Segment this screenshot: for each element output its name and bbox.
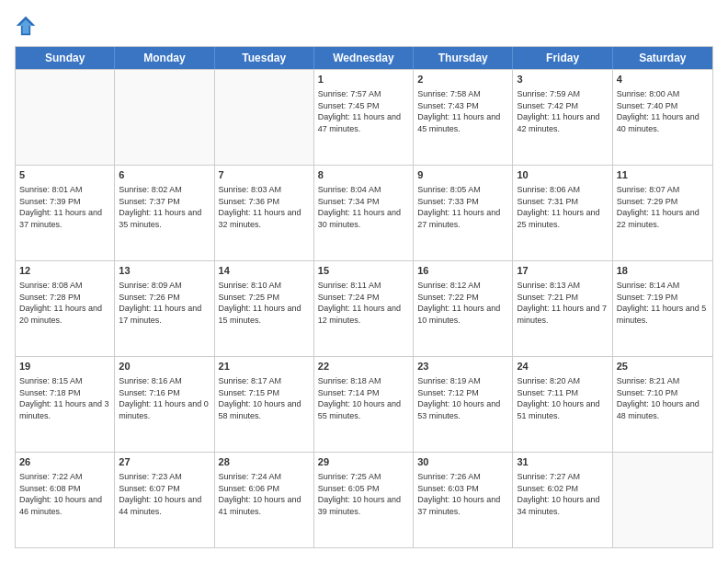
sun-info: Sunrise: 7:27 AMSunset: 6:02 PMDaylight:… — [517, 472, 599, 516]
sun-info: Sunrise: 7:57 AMSunset: 7:45 PMDaylight:… — [318, 89, 401, 133]
day-header-friday: Friday — [513, 47, 612, 69]
sun-info: Sunrise: 7:58 AMSunset: 7:43 PMDaylight:… — [417, 89, 500, 133]
calendar-cell: 15Sunrise: 8:11 AMSunset: 7:24 PMDayligh… — [314, 261, 414, 356]
calendar-cell — [115, 70, 214, 165]
sun-info: Sunrise: 8:00 AMSunset: 7:40 PMDaylight:… — [617, 89, 700, 133]
sun-info: Sunrise: 8:08 AMSunset: 7:28 PMDaylight:… — [19, 281, 102, 325]
calendar-cell: 28Sunrise: 7:24 AMSunset: 6:06 PMDayligh… — [215, 453, 314, 547]
day-number: 21 — [219, 360, 310, 373]
day-header-thursday: Thursday — [414, 47, 513, 69]
sun-info: Sunrise: 8:11 AMSunset: 7:24 PMDaylight:… — [318, 281, 401, 325]
day-number: 14 — [219, 264, 310, 278]
calendar-cell: 1Sunrise: 7:57 AMSunset: 7:45 PMDaylight… — [314, 70, 414, 165]
sun-info: Sunrise: 8:16 AMSunset: 7:16 PMDaylight:… — [119, 376, 209, 420]
calendar-cell: 9Sunrise: 8:05 AMSunset: 7:33 PMDaylight… — [414, 166, 513, 260]
day-number: 13 — [119, 264, 210, 278]
calendar-cell: 24Sunrise: 8:20 AMSunset: 7:11 PMDayligh… — [513, 357, 612, 452]
day-number: 5 — [19, 168, 110, 182]
sun-info: Sunrise: 8:07 AMSunset: 7:29 PMDaylight:… — [617, 185, 700, 229]
calendar-cell: 16Sunrise: 8:12 AMSunset: 7:22 PMDayligh… — [414, 261, 513, 356]
calendar-cell: 22Sunrise: 8:18 AMSunset: 7:14 PMDayligh… — [314, 357, 414, 452]
sun-info: Sunrise: 8:06 AMSunset: 7:31 PMDaylight:… — [517, 185, 599, 229]
calendar-cell: 6Sunrise: 8:02 AMSunset: 7:37 PMDaylight… — [115, 166, 214, 260]
sun-info: Sunrise: 8:01 AMSunset: 7:39 PMDaylight:… — [19, 185, 102, 229]
day-number: 19 — [19, 360, 110, 373]
calendar-cell — [16, 70, 115, 165]
calendar-cell: 18Sunrise: 8:14 AMSunset: 7:19 PMDayligh… — [613, 261, 712, 356]
calendar-cell: 10Sunrise: 8:06 AMSunset: 7:31 PMDayligh… — [513, 166, 612, 260]
week-row-2: 5Sunrise: 8:01 AMSunset: 7:39 PMDaylight… — [16, 165, 712, 260]
sun-info: Sunrise: 8:04 AMSunset: 7:34 PMDaylight:… — [318, 185, 401, 229]
calendar-cell: 26Sunrise: 7:22 AMSunset: 6:08 PMDayligh… — [16, 453, 115, 547]
calendar-header: SundayMondayTuesdayWednesdayThursdayFrid… — [16, 47, 712, 69]
day-number: 2 — [417, 73, 508, 86]
day-header-monday: Monday — [115, 47, 214, 69]
day-number: 10 — [517, 168, 608, 182]
day-header-tuesday: Tuesday — [215, 47, 314, 69]
sun-info: Sunrise: 8:02 AMSunset: 7:37 PMDaylight:… — [119, 185, 201, 229]
day-number: 3 — [517, 73, 608, 86]
sun-info: Sunrise: 8:09 AMSunset: 7:26 PMDaylight:… — [119, 281, 201, 325]
sun-info: Sunrise: 8:17 AMSunset: 7:15 PMDaylight:… — [219, 376, 301, 420]
sun-info: Sunrise: 8:21 AMSunset: 7:10 PMDaylight:… — [617, 376, 700, 420]
calendar-cell: 3Sunrise: 7:59 AMSunset: 7:42 PMDaylight… — [513, 70, 612, 165]
day-number: 30 — [417, 455, 508, 469]
page: SundayMondayTuesdayWednesdayThursdayFrid… — [0, 0, 728, 563]
calendar-cell: 27Sunrise: 7:23 AMSunset: 6:07 PMDayligh… — [115, 453, 214, 547]
sun-info: Sunrise: 8:20 AMSunset: 7:11 PMDaylight:… — [517, 376, 599, 420]
day-number: 12 — [19, 264, 110, 278]
week-row-3: 12Sunrise: 8:08 AMSunset: 7:28 PMDayligh… — [16, 260, 712, 356]
calendar-cell: 20Sunrise: 8:16 AMSunset: 7:16 PMDayligh… — [115, 357, 214, 452]
day-number: 16 — [417, 264, 508, 278]
day-number: 24 — [517, 360, 608, 373]
day-number: 6 — [119, 168, 210, 182]
day-number: 26 — [19, 455, 110, 469]
calendar-cell: 12Sunrise: 8:08 AMSunset: 7:28 PMDayligh… — [16, 261, 115, 356]
sun-info: Sunrise: 8:19 AMSunset: 7:12 PMDaylight:… — [417, 376, 500, 420]
calendar-cell — [215, 70, 314, 165]
calendar-cell: 4Sunrise: 8:00 AMSunset: 7:40 PMDaylight… — [613, 70, 712, 165]
day-number: 8 — [318, 168, 409, 182]
day-header-saturday: Saturday — [613, 47, 712, 69]
week-row-1: 1Sunrise: 7:57 AMSunset: 7:45 PMDaylight… — [16, 69, 712, 165]
day-number: 25 — [617, 360, 709, 373]
day-number: 22 — [318, 360, 409, 373]
day-number: 7 — [219, 168, 310, 182]
calendar-cell: 7Sunrise: 8:03 AMSunset: 7:36 PMDaylight… — [215, 166, 314, 260]
sun-info: Sunrise: 7:25 AMSunset: 6:05 PMDaylight:… — [318, 472, 401, 516]
day-header-wednesday: Wednesday — [314, 47, 414, 69]
calendar-cell — [613, 453, 712, 547]
calendar-cell: 31Sunrise: 7:27 AMSunset: 6:02 PMDayligh… — [513, 453, 612, 547]
calendar-cell: 25Sunrise: 8:21 AMSunset: 7:10 PMDayligh… — [613, 357, 712, 452]
logo — [15, 15, 40, 37]
day-number: 29 — [318, 455, 409, 469]
calendar: SundayMondayTuesdayWednesdayThursdayFrid… — [15, 46, 713, 548]
day-number: 18 — [617, 264, 709, 278]
day-number: 28 — [219, 455, 310, 469]
sun-info: Sunrise: 7:22 AMSunset: 6:08 PMDaylight:… — [19, 472, 102, 516]
calendar-cell: 13Sunrise: 8:09 AMSunset: 7:26 PMDayligh… — [115, 261, 214, 356]
day-number: 17 — [517, 264, 608, 278]
sun-info: Sunrise: 7:24 AMSunset: 6:06 PMDaylight:… — [219, 472, 301, 516]
sun-info: Sunrise: 8:18 AMSunset: 7:14 PMDaylight:… — [318, 376, 401, 420]
calendar-cell: 19Sunrise: 8:15 AMSunset: 7:18 PMDayligh… — [16, 357, 115, 452]
calendar-cell: 23Sunrise: 8:19 AMSunset: 7:12 PMDayligh… — [414, 357, 513, 452]
calendar-cell: 29Sunrise: 7:25 AMSunset: 6:05 PMDayligh… — [314, 453, 414, 547]
sun-info: Sunrise: 8:15 AMSunset: 7:18 PMDaylight:… — [19, 376, 109, 420]
sun-info: Sunrise: 8:10 AMSunset: 7:25 PMDaylight:… — [219, 281, 301, 325]
sun-info: Sunrise: 8:13 AMSunset: 7:21 PMDaylight:… — [517, 281, 607, 325]
sun-info: Sunrise: 7:59 AMSunset: 7:42 PMDaylight:… — [517, 89, 599, 133]
sun-info: Sunrise: 7:26 AMSunset: 6:03 PMDaylight:… — [417, 472, 500, 516]
day-number: 23 — [417, 360, 508, 373]
calendar-cell: 2Sunrise: 7:58 AMSunset: 7:43 PMDaylight… — [414, 70, 513, 165]
sun-info: Sunrise: 7:23 AMSunset: 6:07 PMDaylight:… — [119, 472, 201, 516]
day-number: 4 — [617, 73, 709, 86]
day-number: 9 — [417, 168, 508, 182]
day-header-sunday: Sunday — [16, 47, 115, 69]
day-number: 11 — [617, 168, 709, 182]
calendar-body: 1Sunrise: 7:57 AMSunset: 7:45 PMDaylight… — [16, 69, 712, 547]
week-row-4: 19Sunrise: 8:15 AMSunset: 7:18 PMDayligh… — [16, 356, 712, 452]
calendar-cell: 5Sunrise: 8:01 AMSunset: 7:39 PMDaylight… — [16, 166, 115, 260]
day-number: 27 — [119, 455, 210, 469]
day-number: 20 — [119, 360, 210, 373]
